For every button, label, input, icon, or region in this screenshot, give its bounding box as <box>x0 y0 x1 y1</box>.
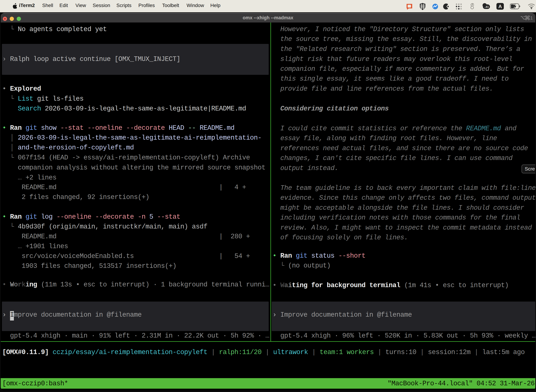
svg-text:..61: ..61 <box>484 5 489 8</box>
svg-text:1: 1 <box>530 16 533 20</box>
svg-text:A: A <box>498 4 502 9</box>
